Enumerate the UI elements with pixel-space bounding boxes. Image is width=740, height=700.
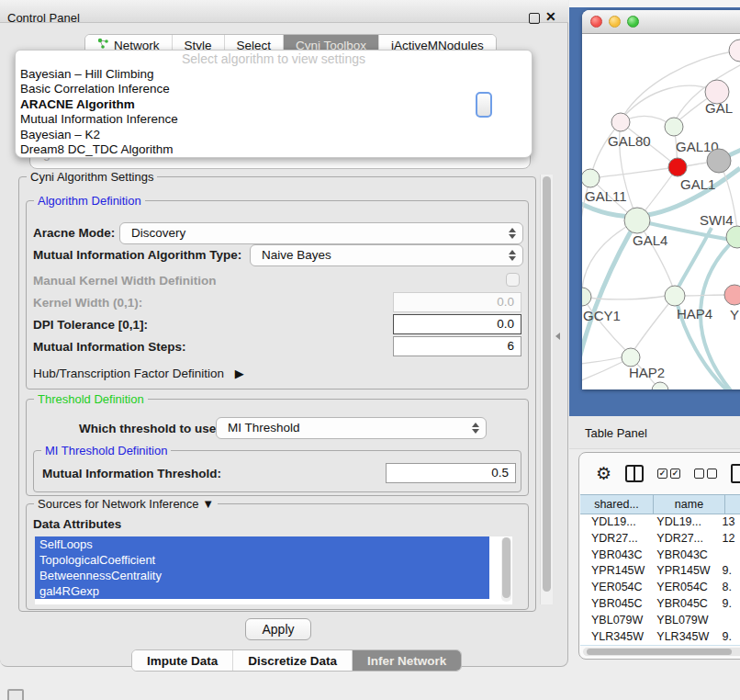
settings-group-title: Cyni Algorithm Settings bbox=[27, 170, 157, 184]
which-threshold-label: Which threshold to use: bbox=[79, 422, 220, 435]
table-rows: YDL19...YDL19...13YDR27...YDR27...12YBR0… bbox=[580, 514, 740, 646]
deselect-all-icon[interactable] bbox=[694, 469, 717, 479]
hub-definition-expander[interactable]: Hub/Transcription Factor Definition ▶ bbox=[33, 367, 244, 380]
table-row[interactable]: YBR043CYBR043C bbox=[580, 548, 740, 564]
network-canvas[interactable]: GALGAL80GAL10GAL1GAL11GAL4SWI4GCY1HAP4YH… bbox=[582, 34, 740, 390]
node-gal10[interactable] bbox=[665, 118, 683, 136]
sources-group-title[interactable]: Sources for Network Inference ▼ bbox=[34, 497, 218, 511]
table-row[interactable]: YLR345WYLR345W9. bbox=[580, 629, 740, 646]
node-hap2[interactable] bbox=[622, 348, 640, 367]
node-gal80[interactable] bbox=[611, 113, 630, 131]
table-row[interactable]: YDL19...YDL19...13 bbox=[580, 514, 740, 531]
table-cell: YDR27... bbox=[649, 531, 716, 548]
table-header: shared... name A bbox=[580, 494, 740, 514]
aracne-mode-label: Aracne Mode: bbox=[33, 226, 115, 240]
columns-icon[interactable] bbox=[625, 465, 644, 482]
gear-icon[interactable]: ⚙ bbox=[596, 465, 611, 482]
aracne-mode-combo[interactable]: Discovery bbox=[119, 222, 523, 244]
attributes-scrollbar[interactable] bbox=[501, 537, 511, 602]
mi-type-value: Naive Bayes bbox=[262, 248, 331, 262]
data-attributes-list[interactable]: SelfLoops TopologicalCoefficient Between… bbox=[35, 536, 512, 604]
algorithm-option-selected[interactable]: ARACNE Algorithm bbox=[16, 97, 532, 112]
close-window-icon[interactable]: ✕ bbox=[545, 9, 556, 24]
mi-type-label: Mutual Information Algorithm Type: bbox=[33, 248, 241, 262]
float-window-icon[interactable] bbox=[529, 13, 540, 24]
mi-steps-input[interactable]: 6 bbox=[393, 336, 521, 356]
algorithm-option[interactable]: Basic Correlation Inference bbox=[16, 82, 532, 96]
mi-threshold-label: Mutual Information Threshold: bbox=[42, 467, 221, 480]
table-cell: YBR045C bbox=[580, 596, 649, 613]
mi-steps-label: Mutual Information Steps: bbox=[33, 340, 186, 354]
algorithm-option[interactable]: Bayesian – Hill Climbing bbox=[16, 67, 532, 82]
kernel-width-input[interactable]: 0.0 bbox=[393, 292, 521, 312]
table-cell: YLR345W bbox=[649, 629, 716, 646]
table-cell: 12 bbox=[716, 531, 740, 548]
mi-threshold-input[interactable]: 0.5 bbox=[386, 463, 516, 483]
node-gal1[interactable] bbox=[668, 158, 687, 176]
algorithm-option[interactable]: Bayesian – K2 bbox=[16, 128, 532, 142]
unchecked-box-icon bbox=[694, 469, 704, 479]
table-cell bbox=[716, 548, 740, 564]
close-traffic-light[interactable] bbox=[590, 16, 602, 28]
table-row[interactable]: YPR145WYPR145W9. bbox=[580, 563, 740, 580]
combo-stepper-icon bbox=[507, 223, 518, 243]
threshold-definition-title: Threshold Definition bbox=[34, 392, 148, 406]
apply-button[interactable]: Apply bbox=[245, 618, 311, 640]
table-row[interactable]: YBL079WYBL079W bbox=[580, 613, 740, 629]
which-threshold-combo[interactable]: MI Threshold bbox=[216, 417, 487, 439]
attribute-item-selected[interactable]: BetweennessCentrality bbox=[35, 568, 489, 583]
node-gcy1-label: GCY1 bbox=[583, 308, 621, 323]
control-panel-title: Control Panel bbox=[7, 11, 80, 25]
node-top-partial[interactable] bbox=[729, 40, 740, 62]
table-row[interactable]: YER054CYER054C8. bbox=[580, 580, 740, 596]
node-gcy1[interactable] bbox=[582, 288, 591, 306]
attribute-item-selected[interactable]: TopologicalCoefficient bbox=[35, 552, 489, 568]
node-y-partial-label: Y bbox=[730, 307, 739, 322]
kernel-width-label: Kernel Width (0,1): bbox=[33, 296, 142, 310]
network-window-titlebar[interactable] bbox=[582, 10, 740, 34]
node-swi4-label: SWI4 bbox=[700, 212, 734, 228]
node-gal80-label: GAL80 bbox=[608, 133, 651, 149]
table-h-scrollbar[interactable] bbox=[583, 648, 740, 656]
dpi-tolerance-input[interactable]: 0.0 bbox=[393, 314, 521, 334]
manual-kernel-checkbox[interactable] bbox=[506, 273, 520, 287]
table-cell: 8. bbox=[716, 580, 740, 596]
column-header[interactable]: A bbox=[725, 494, 740, 514]
attribute-item-selected[interactable]: SelfLoops bbox=[35, 536, 489, 552]
table-cell: YPR145W bbox=[580, 563, 649, 580]
table-row[interactable]: YIL052CYIL052C9. bbox=[580, 645, 740, 646]
attribute-item-selected[interactable]: gal4RGexp bbox=[35, 583, 489, 599]
combo-stepper-icon bbox=[470, 418, 481, 438]
table-row[interactable]: YBR045CYBR045C9. bbox=[580, 596, 740, 613]
import-table-icon[interactable] bbox=[731, 464, 740, 483]
settings-scrollbar[interactable] bbox=[540, 175, 553, 604]
select-all-icon[interactable]: ✓ ✓ bbox=[657, 469, 680, 479]
network-canvas-svg: GALGAL80GAL10GAL1GAL11GAL4SWI4GCY1HAP4YH… bbox=[582, 34, 740, 390]
table-cell: YER054C bbox=[580, 580, 649, 596]
zoom-traffic-light[interactable] bbox=[627, 16, 639, 28]
node-y-partial[interactable] bbox=[724, 285, 740, 305]
mi-type-combo[interactable]: Naive Bayes bbox=[250, 244, 523, 266]
node-gal11[interactable] bbox=[582, 169, 600, 187]
unchecked-box-icon bbox=[707, 469, 717, 479]
minimize-traffic-light[interactable] bbox=[609, 16, 621, 28]
table-panel-title: Table Panel bbox=[585, 426, 647, 440]
node-gal4[interactable] bbox=[624, 208, 650, 233]
table-row[interactable]: YDR27...YDR27...12 bbox=[580, 531, 740, 548]
tab-impute-data[interactable]: Impute Data bbox=[132, 650, 233, 671]
table-cell: YDR27... bbox=[580, 531, 649, 548]
table-cell: YPR145W bbox=[649, 563, 716, 580]
node-gal4-label: GAL4 bbox=[633, 232, 667, 248]
checked-box-icon: ✓ bbox=[670, 469, 680, 479]
column-header[interactable]: name bbox=[654, 494, 725, 514]
algorithm-option[interactable]: Dream8 DC_TDC Algorithm bbox=[16, 142, 532, 157]
tab-infer-network[interactable]: Infer Network bbox=[353, 650, 461, 671]
algorithm-option[interactable]: Mutual Information Inference bbox=[16, 112, 532, 127]
column-header[interactable]: shared... bbox=[580, 494, 654, 514]
tab-discretize-data[interactable]: Discretize Data bbox=[233, 650, 353, 671]
node-gray[interactable] bbox=[707, 149, 731, 173]
node-hap4[interactable] bbox=[665, 286, 685, 306]
control-panel-titlebar bbox=[0, 0, 568, 23]
panel-divider-grip[interactable] bbox=[555, 333, 560, 340]
bottom-tabbar: Impute Data Discretize Data Infer Networ… bbox=[131, 649, 462, 672]
